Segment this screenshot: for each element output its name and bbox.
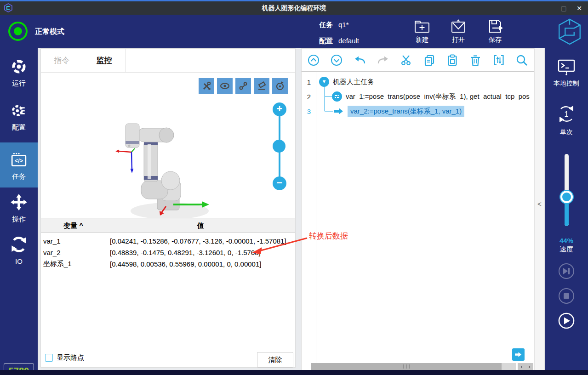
table-row[interactable]: var_1 [0.04241, -0.15286, -0.07677, -3.1… <box>41 235 295 247</box>
tab-monitor[interactable]: 监控 <box>83 49 126 73</box>
next-step-button[interactable] <box>512 348 525 361</box>
local-control-button[interactable]: 本地控制 <box>545 58 588 88</box>
paste-icon[interactable] <box>446 54 459 67</box>
collapse-chevron-icon[interactable]: < <box>537 200 542 208</box>
sidebar-item-operate[interactable]: 操作 <box>0 193 38 224</box>
local-control-icon <box>556 58 577 76</box>
svg-text:1: 1 <box>565 110 569 118</box>
scroll-left-icon[interactable]: ‹ <box>521 364 523 370</box>
code-line-1[interactable]: 1 ▼ 机器人主任务 <box>302 75 534 89</box>
clear-button[interactable]: 清除 <box>257 352 293 368</box>
visibility-button[interactable] <box>217 78 233 94</box>
search-icon[interactable] <box>515 54 528 67</box>
zoom-in-button[interactable]: + <box>273 102 286 116</box>
show-waypoints-label: 显示路点 <box>57 353 84 362</box>
config-icon <box>11 102 27 119</box>
column-variable[interactable]: 变量 ^ <box>41 218 106 232</box>
view-toolbar <box>199 78 288 94</box>
collapse-node-icon[interactable]: ▼ <box>319 77 329 87</box>
line-number: 2 <box>302 93 316 101</box>
tools-button[interactable] <box>199 78 214 94</box>
code-toolbar <box>302 49 534 72</box>
sidebar-item-config[interactable]: 配置 <box>0 102 38 132</box>
app-logo-small-icon <box>4 3 13 12</box>
cut-icon[interactable] <box>400 54 412 67</box>
arrow-node-icon <box>334 108 344 115</box>
titlebar: 机器人图形化编程环境 – ▢ ✕ <box>0 1 588 15</box>
sidebar-item-io[interactable]: IO <box>0 236 38 265</box>
sidebar-item-task[interactable]: </> 任务 <box>0 142 38 188</box>
delete-icon[interactable] <box>469 54 482 67</box>
move-up-icon[interactable] <box>307 54 320 67</box>
close-button[interactable]: ✕ <box>575 5 583 12</box>
stop-icon[interactable] <box>558 288 575 304</box>
left-sidebar: 运行 配置 </> 任务 <box>0 48 38 375</box>
variable-name: var_1 <box>41 237 106 245</box>
scrollbar-thumb[interactable] <box>311 363 502 370</box>
speed-percent: 44% <box>545 237 588 244</box>
window-footer <box>0 370 588 375</box>
svg-text:</>: </> <box>15 158 23 164</box>
show-waypoints-checkbox[interactable] <box>45 354 53 362</box>
single-run-icon: 1 <box>556 103 577 125</box>
show-waypoints-row: 显示路点 <box>45 353 84 362</box>
open-task-icon <box>449 18 468 35</box>
step-forward-icon[interactable] <box>558 263 575 279</box>
code-line-3-selected[interactable]: 3 var_2:=pose_trans(坐标系_1, var_1) <box>302 104 534 118</box>
zoom-slider-handle[interactable] <box>273 140 285 153</box>
table-row[interactable]: 坐标系_1 [0.44598, 0.00536, 0.55969, 0.0000… <box>41 258 295 270</box>
mode-indicator-icon <box>8 22 28 41</box>
single-run-button[interactable]: 1 单次 <box>545 103 588 136</box>
maximize-button[interactable]: ▢ <box>559 5 568 12</box>
tab-instruction[interactable]: 指令 <box>41 49 83 73</box>
task-value: q1* <box>338 21 349 29</box>
mode-label: 正常模式 <box>35 27 64 37</box>
table-row[interactable]: var_2 [0.48839, -0.1475, 0.48291, -3.126… <box>41 247 295 258</box>
code-text: 机器人主任务 <box>333 78 374 86</box>
robot-3d-view[interactable] <box>105 111 266 223</box>
path-icon <box>238 81 248 91</box>
window-title: 机器人图形化编程环境 <box>0 4 588 12</box>
eraser-button[interactable] <box>254 78 269 94</box>
redo-icon[interactable] <box>377 54 389 67</box>
scrollbar-arrows: ‹ › <box>518 363 533 370</box>
right-sidebar: 本地控制 1 单次 44% 速度 <box>545 48 588 375</box>
scroll-right-icon[interactable]: › <box>529 364 531 370</box>
column-value[interactable]: 值 <box>106 218 295 232</box>
copy-icon[interactable] <box>423 54 436 67</box>
undo-icon[interactable] <box>354 54 366 67</box>
sort-caret-icon: ^ <box>79 222 83 229</box>
sidebar-item-run[interactable]: 运行 <box>0 58 38 88</box>
move-down-icon[interactable] <box>330 54 343 67</box>
config-value: default <box>338 37 359 45</box>
task-icon: </> <box>11 152 27 168</box>
code-line-2[interactable]: 2 var_1:=pose_trans(pose_inv(坐标系_1), get… <box>302 90 534 103</box>
tabbar: 指令 监控 <box>41 49 295 73</box>
path-button[interactable] <box>235 78 251 94</box>
open-task-button[interactable]: 打开 <box>446 18 470 44</box>
tools-icon <box>201 81 211 91</box>
minimize-button[interactable]: – <box>544 5 552 12</box>
horizontal-scrollbar[interactable] <box>311 363 516 370</box>
code-text: var_1:=pose_trans(pose_inv(坐标系_1), get_a… <box>346 92 530 101</box>
reset-view-icon <box>275 81 285 91</box>
save-task-button[interactable]: 保存 <box>483 18 507 44</box>
window-controls: – ▢ ✕ <box>544 1 583 15</box>
monitor-panel: 指令 监控 <box>40 48 296 368</box>
variable-name: var_2 <box>41 249 106 256</box>
config-label: 配置 <box>319 37 333 45</box>
zoom-out-button[interactable]: − <box>273 176 286 190</box>
swap-icon[interactable] <box>492 54 505 67</box>
play-icon[interactable] <box>558 312 575 329</box>
variable-table: 变量 ^ 值 var_1 [0.04241, -0.15286, -0.0767… <box>41 218 295 270</box>
speed-slider-handle[interactable] <box>560 191 573 203</box>
variable-value: [0.04241, -0.15286, -0.07677, -3.126, -0… <box>106 237 295 245</box>
reset-view-button[interactable] <box>272 78 288 94</box>
eye-icon <box>220 81 230 91</box>
assign-node-icon[interactable] <box>332 91 342 102</box>
task-field: 任务 q1* <box>319 21 349 29</box>
config-field: 配置 default <box>319 37 359 45</box>
eraser-icon <box>257 81 267 91</box>
run-icon <box>11 58 27 75</box>
new-task-button[interactable]: 新建 <box>410 18 434 44</box>
